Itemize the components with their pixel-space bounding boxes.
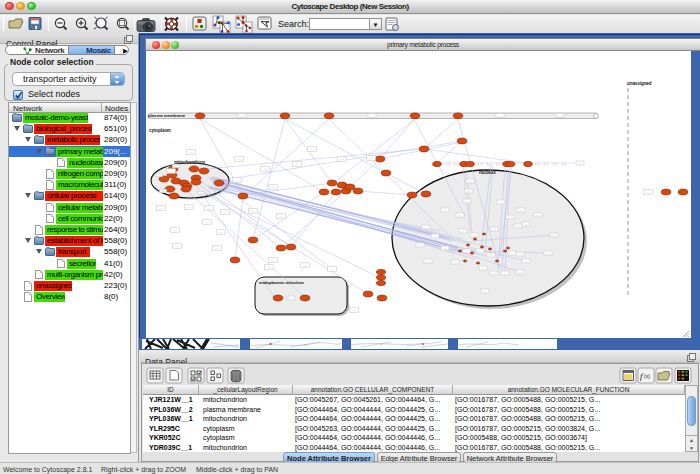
- svg-text:(--): (--): [424, 226, 427, 229]
- svg-text:(--): (--): [426, 260, 429, 263]
- svg-text:(--): (--): [508, 216, 511, 219]
- svg-text:(--): (--): [443, 209, 446, 212]
- svg-text:(--): (--): [223, 211, 226, 214]
- svg-text:(-,-): (-,-): [496, 162, 500, 166]
- svg-text:(--): (--): [453, 261, 456, 264]
- svg-text:(--): (--): [159, 207, 162, 210]
- svg-text:(--): (--): [472, 234, 475, 237]
- svg-text:(--): (--): [510, 252, 513, 255]
- svg-text:(--): (--): [492, 228, 495, 231]
- svg-text:cytoplasm: cytoplasm: [149, 128, 171, 133]
- svg-text:(--): (--): [467, 190, 470, 193]
- svg-text:plasma membrane: plasma membrane: [148, 113, 186, 118]
- svg-text:(--): (--): [330, 268, 333, 271]
- svg-text:(-,-): (-,-): [478, 162, 482, 166]
- svg-text:(--): (--): [458, 214, 461, 217]
- svg-text:endoplasmic reticulum: endoplasmic reticulum: [259, 280, 304, 285]
- svg-text:(--): (--): [499, 201, 502, 204]
- svg-text:(--): (--): [546, 252, 549, 255]
- svg-text:(--): (--): [251, 210, 254, 213]
- svg-text:(--): (--): [369, 157, 372, 160]
- svg-text:(--): (--): [303, 264, 306, 267]
- svg-text:(x): (x): [644, 373, 650, 379]
- svg-text:(--): (--): [489, 254, 492, 257]
- svg-text:(--): (--): [492, 272, 495, 275]
- svg-text:(-,-): (-,-): [544, 162, 548, 166]
- svg-text:(--): (--): [295, 163, 298, 166]
- svg-text:(--): (--): [271, 259, 274, 262]
- svg-text:(-,-): (-,-): [562, 162, 566, 166]
- svg-text:(--): (--): [465, 200, 468, 203]
- svg-text:(--): (--): [433, 235, 436, 238]
- svg-text:Search:: Search:: [278, 19, 309, 29]
- svg-text:(--): (--): [189, 151, 192, 154]
- svg-text:(--): (--): [418, 244, 421, 247]
- svg-text:(--): (--): [516, 225, 519, 228]
- svg-text:(--): (--): [552, 234, 555, 237]
- svg-text:(--): (--): [518, 271, 521, 274]
- svg-text:(--): (--): [536, 214, 539, 217]
- svg-text:(--): (--): [518, 253, 521, 256]
- svg-text:(--): (--): [175, 245, 178, 248]
- svg-text:(--): (--): [310, 148, 313, 151]
- svg-text:(--): (--): [267, 266, 270, 269]
- svg-text:(-,-): (-,-): [487, 162, 491, 166]
- svg-text:(--): (--): [215, 247, 218, 250]
- svg-text:(-,-): (-,-): [446, 162, 450, 166]
- svg-text:(--): (--): [235, 179, 238, 182]
- svg-text:(--): (--): [524, 260, 527, 263]
- svg-text:(--): (--): [290, 297, 293, 300]
- svg-text:(--): (--): [169, 170, 172, 173]
- svg-text:(--): (--): [187, 206, 190, 209]
- svg-text:(--): (--): [219, 231, 222, 234]
- svg-text:(--): (--): [465, 250, 468, 253]
- svg-text:(--): (--): [237, 158, 240, 161]
- svg-text:(--): (--): [174, 165, 177, 168]
- svg-text:unassigned: unassigned: [627, 81, 652, 86]
- svg-text:(--): (--): [558, 115, 561, 118]
- svg-text:(-,-): (-,-): [553, 162, 557, 166]
- svg-text:(--): (--): [263, 168, 266, 171]
- svg-text:(--): (--): [481, 267, 484, 270]
- svg-text:(--): (--): [207, 207, 210, 210]
- svg-text:(--): (--): [468, 180, 471, 183]
- svg-text:(--): (--): [461, 230, 464, 233]
- svg-text:(--): (--): [173, 229, 176, 232]
- svg-text:(--): (--): [340, 158, 343, 161]
- svg-text:(--): (--): [279, 215, 282, 218]
- svg-text:(--): (--): [443, 247, 446, 250]
- svg-text:(--): (--): [199, 192, 202, 195]
- svg-text:(--): (--): [352, 309, 355, 312]
- svg-text:(--): (--): [524, 223, 527, 226]
- svg-text:nucleus: nucleus: [479, 170, 496, 175]
- svg-text:(--): (--): [271, 186, 274, 189]
- svg-text:(--): (--): [478, 250, 481, 253]
- svg-text:(--): (--): [498, 115, 501, 118]
- svg-text:(--): (--): [646, 191, 649, 194]
- svg-text:(-,-): (-,-): [535, 162, 539, 166]
- svg-text:(--): (--): [205, 221, 208, 224]
- svg-text:(--): (--): [519, 209, 522, 212]
- svg-text:(--): (--): [240, 115, 243, 118]
- svg-text:(--): (--): [161, 190, 164, 193]
- svg-text:(--): (--): [370, 115, 373, 118]
- svg-text:(--): (--): [157, 174, 160, 177]
- svg-text:(-,-): (-,-): [454, 162, 458, 166]
- svg-text:(--): (--): [503, 272, 506, 275]
- svg-text:(--): (--): [578, 162, 581, 165]
- svg-text:(--): (--): [483, 290, 486, 293]
